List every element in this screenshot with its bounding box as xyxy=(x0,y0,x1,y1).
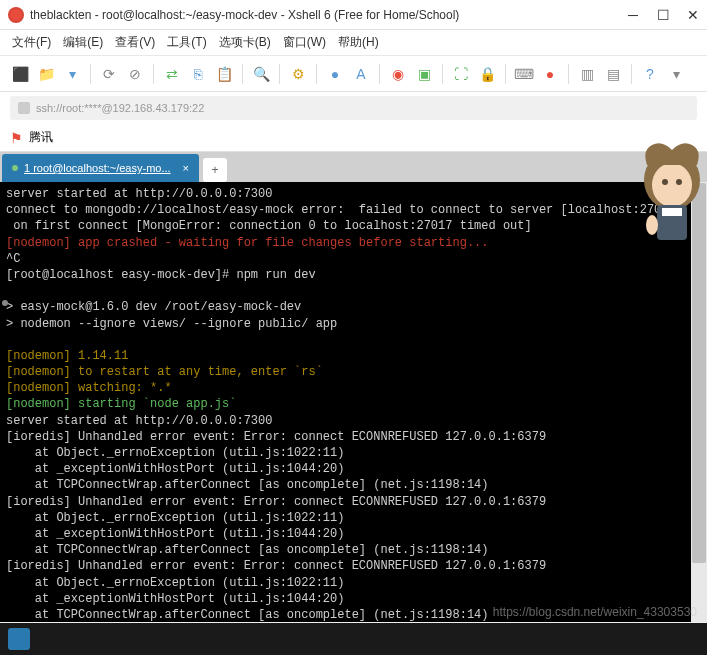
status-dot-icon xyxy=(12,165,18,171)
new-tab-button[interactable]: + xyxy=(203,158,227,182)
terminal-line: at Object._errnoException (util.js:1022:… xyxy=(6,576,344,590)
terminal-line: server started at http://0.0.0.0:7300 xyxy=(6,414,272,428)
menubar: 文件(F) 编辑(E) 查看(V) 工具(T) 选项卡(B) 窗口(W) 帮助(… xyxy=(0,30,707,56)
terminal-line: connect to mongodb://localhost/easy-mock… xyxy=(6,203,669,217)
terminal-output[interactable]: server started at http://0.0.0.0:7300 co… xyxy=(0,182,707,622)
terminal-line: at Object._errnoException (util.js:1022:… xyxy=(6,511,344,525)
separator xyxy=(153,64,154,84)
titlebar: theblackten - root@localhost:~/easy-mock… xyxy=(0,0,707,30)
menu-edit[interactable]: 编辑(E) xyxy=(63,34,103,51)
toolbar: ⬛ 📁 ▾ ⟳ ⊘ ⇄ ⎘ 📋 🔍 ⚙ ● A ◉ ▣ ⛶ 🔒 ⌨ ● ▥ ▤ … xyxy=(0,56,707,92)
app-logo-icon xyxy=(8,7,24,23)
flag-icon: ⚑ xyxy=(10,130,23,146)
bookmark-tencent[interactable]: 腾讯 xyxy=(29,129,53,146)
help-icon[interactable]: ? xyxy=(640,64,660,84)
terminal-line: [nodemon] starting `node app.js` xyxy=(6,397,236,411)
minimize-button[interactable]: ─ xyxy=(627,9,639,21)
address-text: ssh://root:****@192.168.43.179:22 xyxy=(36,102,204,114)
tile-h-icon[interactable]: ▥ xyxy=(577,64,597,84)
open-icon[interactable]: 📁 xyxy=(36,64,56,84)
terminal-line: at _exceptionWithHostPort (util.js:1044:… xyxy=(6,527,344,541)
session-tab[interactable]: 1 root@localhost:~/easy-mo... × xyxy=(2,154,199,182)
tab-label: 1 root@localhost:~/easy-mo... xyxy=(24,162,171,174)
separator xyxy=(568,64,569,84)
window-title: theblackten - root@localhost:~/easy-mock… xyxy=(30,8,627,22)
tab-close-icon[interactable]: × xyxy=(183,162,189,174)
address-field[interactable]: ssh://root:****@192.168.43.179:22 xyxy=(10,96,697,120)
tab-bar: 1 root@localhost:~/easy-mo... × + xyxy=(0,152,707,182)
terminal-line: on first connect [MongoError: connection… xyxy=(6,219,532,233)
terminal-line: [ioredis] Unhandled error event: Error: … xyxy=(6,495,546,509)
font-icon[interactable]: A xyxy=(351,64,371,84)
window-controls: ─ ☐ ✕ xyxy=(627,9,699,21)
lock-icon xyxy=(18,102,30,114)
keyboard-icon[interactable]: ⌨ xyxy=(514,64,534,84)
menu-file[interactable]: 文件(F) xyxy=(12,34,51,51)
terminal-line: at TCPConnectWrap.afterConnect [as oncom… xyxy=(6,608,488,622)
dropdown-icon[interactable]: ▾ xyxy=(666,64,686,84)
terminal-line: [nodemon] watching: *.* xyxy=(6,381,172,395)
vscode-icon[interactable] xyxy=(8,628,30,650)
separator xyxy=(631,64,632,84)
separator xyxy=(279,64,280,84)
terminal-line: ^C xyxy=(6,252,20,266)
separator xyxy=(442,64,443,84)
properties-icon[interactable]: ⚙ xyxy=(288,64,308,84)
save-icon[interactable]: ▾ xyxy=(62,64,82,84)
terminal-line: [nodemon] 1.14.11 xyxy=(6,349,128,363)
terminal-line: [nodemon] app crashed - waiting for file… xyxy=(6,236,488,250)
menu-window[interactable]: 窗口(W) xyxy=(283,34,326,51)
separator xyxy=(242,64,243,84)
separator xyxy=(90,64,91,84)
terminal-line: [ioredis] Unhandled error event: Error: … xyxy=(6,430,546,444)
tile-v-icon[interactable]: ▤ xyxy=(603,64,623,84)
menu-tabs[interactable]: 选项卡(B) xyxy=(219,34,271,51)
terminal-line: [root@localhost easy-mock-dev]# npm run … xyxy=(6,268,316,282)
script-icon[interactable]: ▣ xyxy=(414,64,434,84)
terminal-line: at TCPConnectWrap.afterConnect [as oncom… xyxy=(6,543,488,557)
terminal-line: [nodemon] to restart at any time, enter … xyxy=(6,365,323,379)
fullscreen-icon[interactable]: ⛶ xyxy=(451,64,471,84)
maximize-button[interactable]: ☐ xyxy=(657,9,669,21)
color-icon[interactable]: ● xyxy=(325,64,345,84)
bullet-icon xyxy=(2,300,8,306)
new-session-icon[interactable]: ⬛ xyxy=(10,64,30,84)
transfer-icon[interactable]: ⇄ xyxy=(162,64,182,84)
watermark: https://blog.csdn.net/weixin_43303530 xyxy=(493,605,697,619)
xshell-icon[interactable]: ◉ xyxy=(388,64,408,84)
record-icon[interactable]: ● xyxy=(540,64,560,84)
taskbar xyxy=(0,623,707,655)
menu-view[interactable]: 查看(V) xyxy=(115,34,155,51)
paste-icon[interactable]: 📋 xyxy=(214,64,234,84)
menu-tools[interactable]: 工具(T) xyxy=(167,34,206,51)
terminal-line: > nodemon --ignore views/ --ignore publi… xyxy=(6,317,337,331)
address-bar: ssh://root:****@192.168.43.179:22 xyxy=(0,92,707,124)
copy-icon[interactable]: ⎘ xyxy=(188,64,208,84)
close-button[interactable]: ✕ xyxy=(687,9,699,21)
terminal-line: at Object._errnoException (util.js:1022:… xyxy=(6,446,344,460)
terminal-line: [ioredis] Unhandled error event: Error: … xyxy=(6,559,546,573)
scrollbar[interactable] xyxy=(691,182,707,622)
terminal-line: at _exceptionWithHostPort (util.js:1044:… xyxy=(6,462,344,476)
separator xyxy=(505,64,506,84)
lock-icon[interactable]: 🔒 xyxy=(477,64,497,84)
bookmark-bar: ⚑ 腾讯 xyxy=(0,124,707,152)
disconnect-icon[interactable]: ⊘ xyxy=(125,64,145,84)
terminal-line: > easy-mock@1.6.0 dev /root/easy-mock-de… xyxy=(6,300,301,314)
reconnect-icon[interactable]: ⟳ xyxy=(99,64,119,84)
separator xyxy=(316,64,317,84)
terminal-line: at TCPConnectWrap.afterConnect [as oncom… xyxy=(6,478,488,492)
terminal-line: at _exceptionWithHostPort (util.js:1044:… xyxy=(6,592,344,606)
terminal-line: server started at http://0.0.0.0:7300 xyxy=(6,187,272,201)
separator xyxy=(379,64,380,84)
menu-help[interactable]: 帮助(H) xyxy=(338,34,379,51)
find-icon[interactable]: 🔍 xyxy=(251,64,271,84)
scrollbar-thumb[interactable] xyxy=(692,183,706,563)
